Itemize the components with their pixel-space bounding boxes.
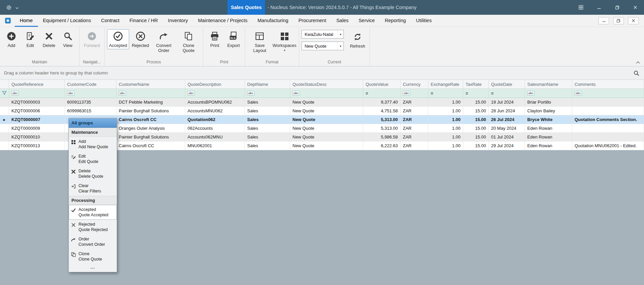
clear-icon <box>71 184 76 189</box>
abc-filter-icon: abc <box>247 91 255 96</box>
convert-order-button[interactable]: Convert Order <box>152 29 176 54</box>
selected-row-arrow-icon: ▸ <box>3 117 5 122</box>
accepted-button-label: Accepted <box>109 43 127 48</box>
search-icon[interactable] <box>633 69 640 77</box>
menu-footer-ellipsis[interactable]: ... <box>69 264 117 272</box>
filter-cell-quotedescription[interactable]: abc <box>185 89 245 98</box>
region-dropdown[interactable]: KwaZulu-Natal ▾ <box>302 30 344 39</box>
column-header-deptname[interactable]: DeptName <box>245 80 290 89</box>
ribbon-close-button[interactable] <box>628 17 639 24</box>
menu-item-add[interactable]: AddAdd New Quote <box>69 137 117 152</box>
column-header-currency[interactable]: Currency <box>400 80 428 89</box>
titlebar-caret-icon[interactable] <box>15 4 19 10</box>
column-header-salesmanname[interactable]: SalesmanName <box>525 80 572 89</box>
filter-cell-quotestatusdesc[interactable]: abc <box>290 89 363 98</box>
tab-contract[interactable]: Contract <box>96 15 124 27</box>
tab-procurement[interactable]: Procurement <box>293 15 331 27</box>
filter-cell-deptname[interactable]: abc <box>245 89 290 98</box>
column-header-quotereference[interactable]: QuoteReference <box>9 80 65 89</box>
cell-comments <box>572 133 644 141</box>
ribbon-minimize-button[interactable] <box>598 17 609 24</box>
refresh-button[interactable]: Refresh <box>348 30 367 50</box>
add-button[interactable]: Add <box>2 29 20 49</box>
delete-button-label: Delete <box>43 43 55 48</box>
close-button[interactable] <box>631 3 639 11</box>
ribbon-group-maintain: Add Edit Delete View Maintain <box>0 27 79 66</box>
filter-cell-exchangerate[interactable]: = <box>428 89 463 98</box>
filter-cell-quotedate[interactable]: = <box>489 89 525 98</box>
menu-item-edit[interactable]: EditEdit Quote <box>69 152 117 166</box>
tab-home[interactable]: Home <box>15 15 38 27</box>
save-layout-button[interactable]: Save Layout <box>248 29 272 54</box>
menu-item-text: OrderConvert Order <box>78 236 105 247</box>
menu-item-desc: Delete Quote <box>78 174 103 179</box>
column-header-quotedate[interactable]: QuoteDate <box>489 80 525 89</box>
ribbon-restore-button[interactable] <box>613 17 624 24</box>
rejected-button[interactable]: Rejected <box>130 29 151 49</box>
edit-button[interactable]: Edit <box>21 29 39 49</box>
tab-inventory[interactable]: Inventory <box>163 15 193 27</box>
app-icon[interactable] <box>4 17 11 24</box>
tab-finance-hr[interactable]: Finance / HR <box>124 15 163 27</box>
clone-quote-button[interactable]: Clone Quote <box>176 29 201 54</box>
delete-button[interactable]: Delete <box>40 29 58 49</box>
accepted-button[interactable]: Accepted <box>107 29 129 49</box>
restore-button[interactable] <box>613 3 621 11</box>
filter-cell-customercode[interactable]: abc <box>65 89 116 98</box>
ribbon-group-caption-maintain: Maintain <box>0 59 79 66</box>
filter-cell-salesmanname[interactable]: abc <box>525 89 572 98</box>
menu-item-clear[interactable]: ClearClear Filters <box>69 181 117 196</box>
cell-quotedate: 26 Jul 2024 <box>489 115 525 124</box>
filter-cell-taxrate[interactable]: = <box>463 89 489 98</box>
menu-item-label: Accepted <box>78 207 108 212</box>
ribbon-collapse-chevron[interactable] <box>635 60 641 64</box>
equals-filter-icon: = <box>466 91 468 96</box>
export-button[interactable]: XLS Export <box>224 29 243 49</box>
column-header-quotedescription[interactable]: QuoteDescription <box>185 80 245 89</box>
menu-item-clone[interactable]: CloneClone Quote <box>69 249 117 264</box>
filter-cell-quotereference[interactable]: abc <box>9 89 65 98</box>
table-row[interactable]: KZQT00000036009113735DCT Pebble Marketin… <box>0 98 644 107</box>
view-icon <box>62 31 73 42</box>
filter-cell-currency[interactable]: abc <box>400 89 428 98</box>
tab-sales[interactable]: Sales <box>331 15 354 27</box>
tab-reporting[interactable]: Reporting <box>380 15 411 27</box>
filter-cell-comments[interactable]: abc <box>572 89 644 98</box>
tab-manufacturing[interactable]: Manufacturing <box>253 15 293 27</box>
cell-quotevalue: 5,986.58 <box>363 133 400 141</box>
view-button[interactable]: View <box>59 29 77 49</box>
column-header-taxrate[interactable]: TaxRate <box>463 80 489 89</box>
menu-item-delete[interactable]: DeleteDelete Quote <box>69 166 117 181</box>
filter-cell-quotevalue[interactable]: = <box>363 89 400 98</box>
column-header-comments[interactable]: Comments <box>572 80 644 89</box>
column-header-quotestatusdesc[interactable]: QuoteStatusDesc <box>290 80 363 89</box>
table-row[interactable]: KZQT00000066099963015Painter Burghall So… <box>0 107 644 115</box>
apps-grid-icon[interactable] <box>577 3 585 11</box>
forward-button[interactable]: Forward <box>82 29 102 49</box>
menu-item-accepted[interactable]: AcceptedQuote Accepted <box>69 205 117 220</box>
cell-deptname: Sales <box>245 124 290 133</box>
context-menu-header[interactable]: All groups <box>69 118 117 128</box>
menu-item-order[interactable]: OrderConvert Order <box>69 234 117 249</box>
column-header-quotevalue[interactable]: QuoteValue <box>363 80 400 89</box>
column-header-exchangerate[interactable]: ExchangeRate <box>428 80 463 89</box>
convert-order-icon <box>158 31 169 42</box>
gear-icon[interactable] <box>5 3 13 11</box>
workspaces-button[interactable]: Workspaces ▾ <box>272 29 297 52</box>
tab-maintenance-projects[interactable]: Maintenance / Projects <box>193 15 253 27</box>
column-header-customercode[interactable]: CustomerCode <box>65 80 116 89</box>
filter-row-indicator <box>0 89 9 98</box>
quote-type-dropdown[interactable]: New Quote ▾ <box>302 42 344 50</box>
window-title-rest: - Nucleus Service: Version 2024.5.0.7 - … <box>265 5 417 10</box>
row-indicator <box>0 141 9 150</box>
print-button[interactable]: Print <box>206 29 224 49</box>
group-by-panel[interactable]: Drag a column header here to group by th… <box>0 66 644 80</box>
menu-item-rejected[interactable]: RejectedQuote Rejected <box>69 220 117 234</box>
tab-utilities[interactable]: Utilities <box>411 15 437 27</box>
tab-equipment-locations[interactable]: Equipment / Locations <box>38 15 96 27</box>
minimize-button[interactable] <box>595 3 603 11</box>
accepted-icon <box>112 31 124 42</box>
column-header-customername[interactable]: CustomerName <box>116 80 185 89</box>
tab-service[interactable]: Service <box>354 15 380 27</box>
filter-cell-customername[interactable]: abc <box>116 89 185 98</box>
